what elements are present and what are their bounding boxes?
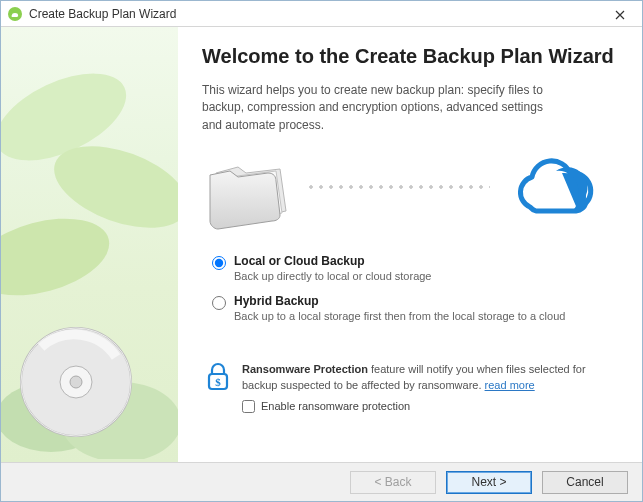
wizard-sidebar (1, 27, 178, 462)
window-title: Create Backup Plan Wizard (29, 7, 176, 21)
page-title: Welcome to the Create Backup Plan Wizard (202, 45, 618, 68)
svg-text:$: $ (215, 376, 221, 388)
content-area: Welcome to the Create Backup Plan Wizard… (1, 27, 642, 462)
titlebar: Create Backup Plan Wizard (1, 1, 642, 27)
option-hybrid[interactable]: Hybrid Backup Back up to a local storage… (212, 294, 618, 322)
sidebar-artwork (1, 27, 178, 459)
ransomware-checkbox[interactable] (242, 400, 255, 413)
option-local-cloud-label: Local or Cloud Backup (234, 254, 432, 268)
next-button[interactable]: Next > (446, 471, 532, 494)
ransomware-checkbox-label: Enable ransomware protection (261, 399, 410, 414)
ransomware-checkbox-row[interactable]: Enable ransomware protection (242, 399, 618, 414)
svg-point-9 (70, 376, 82, 388)
backup-type-options: Local or Cloud Backup Back up directly t… (202, 254, 618, 334)
ransomware-section: $ Ransomware Protection feature will not… (202, 362, 618, 414)
option-local-cloud-sub: Back up directly to local or cloud stora… (234, 270, 432, 282)
lock-dollar-icon: $ (206, 362, 232, 395)
cloud-icon (500, 157, 600, 230)
ransomware-read-more-link[interactable]: read more (485, 379, 535, 391)
folder-icon (206, 153, 296, 234)
close-button[interactable] (598, 1, 642, 29)
intro-text: This wizard helps you to create new back… (202, 82, 562, 134)
backup-illustration (202, 150, 618, 236)
ransomware-title: Ransomware Protection (242, 363, 368, 375)
radio-hybrid[interactable] (212, 296, 226, 310)
option-hybrid-label: Hybrid Backup (234, 294, 565, 308)
wizard-main: Welcome to the Create Backup Plan Wizard… (178, 27, 642, 462)
option-local-cloud[interactable]: Local or Cloud Backup Back up directly t… (212, 254, 618, 282)
transfer-dots (306, 184, 490, 190)
cancel-button[interactable]: Cancel (542, 471, 628, 494)
back-button: < Back (350, 471, 436, 494)
svg-point-3 (1, 205, 118, 309)
wizard-button-bar: < Back Next > Cancel (1, 462, 642, 501)
app-icon (7, 6, 23, 22)
radio-local-cloud[interactable] (212, 256, 226, 270)
option-hybrid-sub: Back up to a local storage first then fr… (234, 310, 565, 322)
